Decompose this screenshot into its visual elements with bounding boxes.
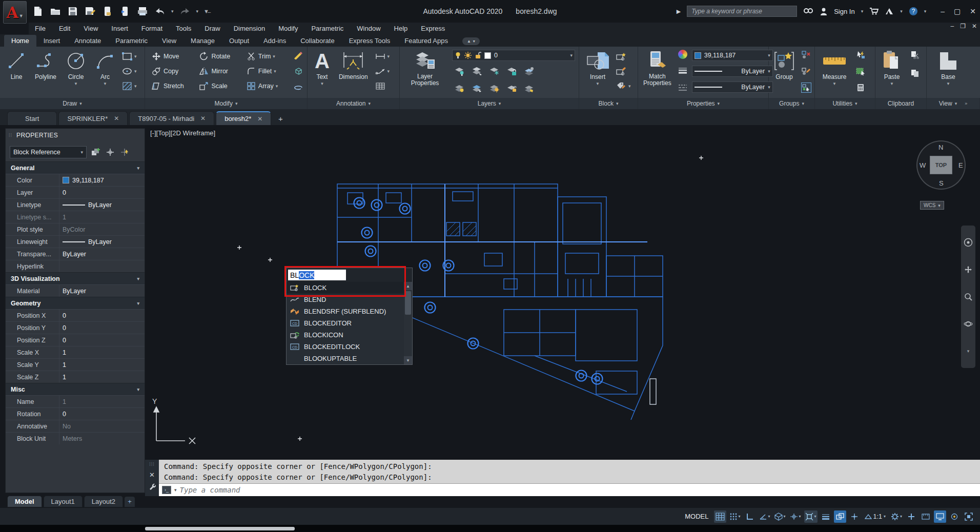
ribbon-tab-home[interactable]: Home [4, 35, 36, 47]
lasso-icon[interactable] [293, 83, 303, 93]
create-block-icon[interactable] [616, 51, 626, 62]
toggle-pickadd-icon[interactable] [91, 147, 101, 157]
layer-match-icon[interactable] [524, 66, 534, 76]
object-color-dropdown[interactable]: 39,118,187 ▾ [692, 50, 773, 61]
chevron-down-icon[interactable]: ▾ [134, 84, 137, 89]
panel-expand-icon[interactable]: » [965, 101, 967, 106]
select-objects-icon[interactable] [105, 147, 115, 157]
quick-select-icon[interactable] [855, 50, 866, 60]
palette-row[interactable]: Position X0 [6, 309, 145, 321]
dimension-button[interactable]: Dimension [336, 49, 371, 81]
autodesk-account-icon[interactable] [885, 8, 894, 15]
ribbon-tab-output[interactable]: Output [222, 35, 256, 47]
ribbon-tab-addins[interactable]: Add-ins [256, 35, 293, 47]
ribbon-tab-view[interactable]: View [155, 35, 183, 47]
command-history[interactable]: Command: Specify opposite corner or [Fen… [159, 460, 980, 483]
fillet-button[interactable]: Fillet▾ [246, 65, 288, 78]
layer-unlock-all-icon[interactable] [506, 83, 517, 93]
close-icon[interactable]: ✕ [200, 115, 206, 122]
section-misc[interactable]: Misc▾ [6, 383, 145, 395]
layer-properties-button[interactable]: Layer Properties [403, 49, 447, 88]
polyline-button[interactable]: Polyline [32, 49, 59, 81]
ribbon-tab-parametric[interactable]: Parametric [108, 35, 155, 47]
layer-paint-icon[interactable] [524, 83, 534, 93]
menu-tools[interactable]: Tools [170, 24, 197, 33]
plot-button[interactable] [136, 5, 149, 17]
palette-row[interactable]: Position Z0 [6, 334, 145, 346]
layer-off-icon[interactable] [454, 66, 464, 76]
new-layout-button[interactable]: + [125, 497, 135, 507]
chevron-down-icon[interactable]: ▾ [134, 54, 137, 59]
array-button[interactable]: Array▾ [246, 79, 288, 93]
user-icon[interactable] [820, 7, 828, 15]
text-button[interactable]: A Text ▼ [312, 49, 333, 87]
select-all-icon[interactable] [855, 66, 866, 76]
workspace-switching[interactable]: ▾ [890, 510, 903, 523]
base-button[interactable]: Base ▼ [934, 49, 963, 87]
arc-button[interactable]: Arc ▼ [92, 49, 118, 87]
menu-view[interactable]: View [77, 24, 104, 33]
selection-cycling-toggle[interactable] [834, 510, 846, 523]
viewcube-south[interactable]: S [939, 179, 944, 187]
close-button[interactable]: ✕ [970, 7, 976, 15]
scale-button[interactable]: Scale [199, 79, 242, 93]
palette-row[interactable]: Position Y0 [6, 321, 145, 334]
linear-dim-icon[interactable] [375, 51, 385, 62]
circle-button[interactable]: Circle ▼ [63, 49, 89, 87]
app-menu-button[interactable]: A ▼ [3, 1, 27, 24]
linetype-dropdown[interactable]: ByLayer ▾ [692, 81, 773, 93]
menu-help[interactable]: Help [388, 24, 414, 33]
viewcube-north[interactable]: N [938, 144, 943, 151]
menu-draw[interactable]: Draw [198, 24, 226, 33]
layer-lock-icon[interactable] [506, 66, 517, 76]
quick-calc-icon[interactable] [855, 83, 866, 93]
save-button[interactable] [67, 5, 79, 17]
wcs-selector[interactable]: WCS ▾ [920, 201, 944, 210]
polar-tracking-toggle[interactable]: ▾ [758, 510, 771, 523]
autocomplete-item-blockeditlock[interactable]: CD BLOCKEDITLOCK [287, 341, 404, 353]
linetype-list-icon[interactable] [678, 83, 688, 93]
line-button[interactable]: Line [4, 49, 29, 81]
menu-parametric[interactable]: Parametric [305, 24, 350, 33]
autocomplete-item-blendsrf[interactable]: BLENDSRF (SURFBLEND) [287, 305, 404, 317]
model-space-label[interactable]: MODEL [685, 513, 708, 520]
layer-thaw-all-icon[interactable] [489, 83, 499, 93]
open-file-button[interactable] [49, 5, 62, 17]
zoom-icon[interactable] [963, 292, 973, 302]
viewcube-east[interactable]: E [958, 161, 963, 169]
ribbon-tab-insert[interactable]: Insert [36, 35, 68, 47]
close-command-icon[interactable]: ✕ [149, 471, 155, 479]
panel-label-utilities[interactable]: Utilities▾ [815, 98, 875, 109]
palette-row[interactable]: Transpare...ByLayer [6, 248, 145, 260]
chevron-down-icon[interactable]: ▾ [628, 84, 631, 89]
search-expand-icon[interactable]: ▶ [677, 8, 681, 15]
nav-more-icon[interactable]: ▾ [963, 346, 973, 356]
explode-icon[interactable] [293, 66, 303, 76]
section-3d-visualization[interactable]: 3D Visualization▾ [6, 272, 145, 284]
autodesk-dropdown-icon[interactable]: ▾ [900, 9, 903, 14]
layer-make-current-icon[interactable] [454, 83, 464, 93]
scroll-down-icon[interactable]: ▼ [404, 356, 412, 364]
redo-button[interactable] [179, 5, 191, 17]
app-store-icon[interactable] [869, 7, 879, 15]
edit-block-icon[interactable] [616, 66, 626, 76]
insert-block-button[interactable]: Insert ▼ [582, 49, 613, 87]
grid-toggle[interactable] [714, 510, 726, 523]
palette-row[interactable]: Layer0 [6, 186, 145, 198]
command-input[interactable] [180, 486, 980, 494]
qat-customize-icon[interactable]: ▼̶ [203, 8, 209, 14]
command-input-bar[interactable]: ›_ ▾ [159, 483, 980, 496]
autocomplete-scrollbar[interactable]: ▲ ▼ [404, 282, 412, 364]
open-from-mobile-button[interactable] [101, 5, 114, 17]
graphics-performance[interactable] [934, 510, 946, 523]
leader-icon[interactable] [375, 66, 385, 76]
dynamic-command-input[interactable]: BLOCK [288, 270, 346, 280]
autocomplete-item-blockeditor[interactable]: CD BLOCKEDITOR [287, 317, 404, 329]
chevron-down-icon[interactable]: ▾ [387, 54, 390, 59]
autocomplete-item-blockicon[interactable]: BLOCKICON [287, 329, 404, 341]
palette-grip-icon[interactable]: ⁞⁞ [9, 133, 12, 138]
panel-label-draw[interactable]: Draw▾ [0, 98, 145, 109]
ribbon-tab-featured-apps[interactable]: Featured Apps [397, 35, 455, 47]
color-wheel-icon[interactable] [678, 50, 687, 59]
object-type-dropdown[interactable]: Block Reference ▾ [10, 146, 87, 158]
